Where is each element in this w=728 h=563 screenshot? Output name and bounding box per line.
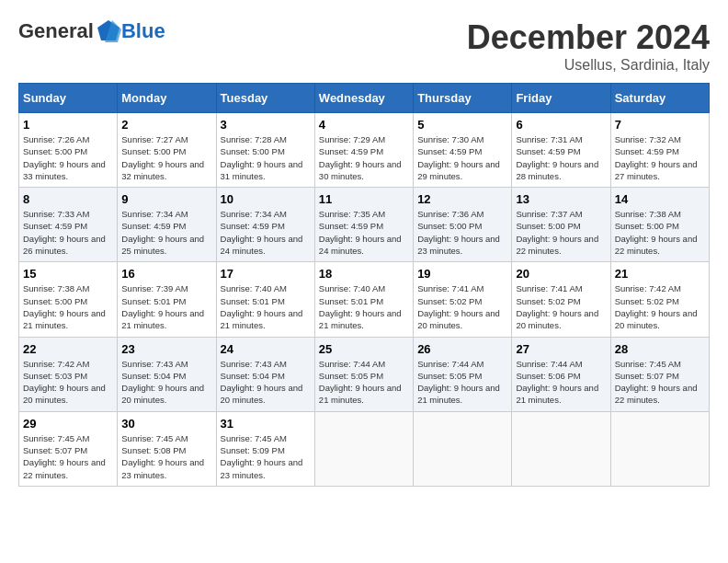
calendar-cell: 4Sunrise: 7:29 AMSunset: 4:59 PMDaylight…: [314, 113, 413, 188]
calendar-week-row: 1Sunrise: 7:26 AMSunset: 5:00 PMDaylight…: [19, 113, 710, 188]
day-number: 14: [615, 192, 705, 206]
day-info: Sunrise: 7:39 AMSunset: 5:01 PMDaylight:…: [121, 282, 211, 331]
day-number: 19: [417, 267, 507, 281]
calendar-cell: 2Sunrise: 7:27 AMSunset: 5:00 PMDaylight…: [118, 113, 216, 188]
calendar-cell: 18Sunrise: 7:40 AMSunset: 5:01 PMDayligh…: [314, 262, 413, 337]
day-number: 18: [319, 267, 409, 281]
day-info: Sunrise: 7:34 AMSunset: 4:59 PMDaylight:…: [121, 208, 211, 257]
calendar-cell: 15Sunrise: 7:38 AMSunset: 5:00 PMDayligh…: [19, 262, 118, 337]
day-number: 8: [23, 192, 113, 206]
weekday-header-thursday: Thursday: [414, 84, 512, 113]
calendar-cell: 10Sunrise: 7:34 AMSunset: 4:59 PMDayligh…: [216, 188, 314, 262]
day-number: 23: [121, 342, 211, 356]
calendar-week-row: 8Sunrise: 7:33 AMSunset: 4:59 PMDaylight…: [19, 188, 710, 262]
calendar-cell: 19Sunrise: 7:41 AMSunset: 5:02 PMDayligh…: [414, 262, 512, 337]
calendar-week-row: 15Sunrise: 7:38 AMSunset: 5:00 PMDayligh…: [19, 262, 710, 337]
day-info: Sunrise: 7:44 AMSunset: 5:05 PMDaylight:…: [319, 358, 409, 407]
day-number: 28: [615, 342, 705, 356]
day-number: 6: [516, 118, 606, 132]
day-number: 25: [319, 342, 409, 356]
calendar-cell: 16Sunrise: 7:39 AMSunset: 5:01 PMDayligh…: [118, 262, 216, 337]
day-info: Sunrise: 7:45 AMSunset: 5:08 PMDaylight:…: [121, 432, 211, 481]
calendar-cell: 21Sunrise: 7:42 AMSunset: 5:02 PMDayligh…: [610, 262, 709, 337]
day-info: Sunrise: 7:43 AMSunset: 5:04 PMDaylight:…: [221, 358, 311, 407]
day-info: Sunrise: 7:38 AMSunset: 5:00 PMDaylight:…: [23, 282, 113, 331]
calendar-cell: 20Sunrise: 7:41 AMSunset: 5:02 PMDayligh…: [512, 262, 610, 337]
day-number: 1: [23, 118, 113, 132]
calendar-cell: 8Sunrise: 7:33 AMSunset: 4:59 PMDaylight…: [19, 188, 118, 262]
calendar-table: SundayMondayTuesdayWednesdayThursdayFrid…: [18, 83, 710, 487]
calendar-cell: 17Sunrise: 7:40 AMSunset: 5:01 PMDayligh…: [216, 262, 314, 337]
day-number: 2: [121, 118, 211, 132]
calendar-cell: 26Sunrise: 7:44 AMSunset: 5:05 PMDayligh…: [414, 337, 512, 411]
calendar-cell: 31Sunrise: 7:45 AMSunset: 5:09 PMDayligh…: [216, 411, 314, 486]
location: Usellus, Sardinia, Italy: [467, 57, 710, 74]
weekday-header-row: SundayMondayTuesdayWednesdayThursdayFrid…: [19, 84, 710, 113]
day-number: 4: [319, 118, 409, 132]
day-info: Sunrise: 7:33 AMSunset: 4:59 PMDaylight:…: [23, 208, 113, 257]
day-number: 15: [23, 267, 113, 281]
calendar-cell: 30Sunrise: 7:45 AMSunset: 5:08 PMDayligh…: [118, 411, 216, 486]
day-info: Sunrise: 7:28 AMSunset: 5:00 PMDaylight:…: [221, 133, 311, 182]
calendar-cell: 22Sunrise: 7:42 AMSunset: 5:03 PMDayligh…: [19, 337, 118, 411]
day-number: 16: [121, 267, 211, 281]
day-info: Sunrise: 7:29 AMSunset: 4:59 PMDaylight:…: [319, 133, 409, 182]
day-number: 26: [417, 342, 507, 356]
day-info: Sunrise: 7:36 AMSunset: 5:00 PMDaylight:…: [417, 208, 507, 257]
calendar-cell: [314, 411, 413, 486]
calendar-cell: [512, 411, 610, 486]
day-number: 17: [221, 267, 311, 281]
title-area: December 2024 Usellus, Sardinia, Italy: [467, 18, 710, 74]
day-number: 3: [221, 118, 311, 132]
day-number: 13: [516, 192, 606, 206]
day-number: 11: [319, 192, 409, 206]
logo-general: General: [18, 19, 94, 43]
weekday-header-friday: Friday: [512, 84, 610, 113]
day-info: Sunrise: 7:30 AMSunset: 4:59 PMDaylight:…: [417, 133, 507, 182]
day-number: 27: [516, 342, 606, 356]
logo: General Blue: [18, 18, 165, 44]
calendar-cell: 3Sunrise: 7:28 AMSunset: 5:00 PMDaylight…: [216, 113, 314, 188]
day-info: Sunrise: 7:34 AMSunset: 4:59 PMDaylight:…: [221, 208, 311, 257]
day-number: 5: [417, 118, 507, 132]
day-info: Sunrise: 7:31 AMSunset: 4:59 PMDaylight:…: [516, 133, 606, 182]
day-number: 22: [23, 342, 113, 356]
calendar-cell: 23Sunrise: 7:43 AMSunset: 5:04 PMDayligh…: [118, 337, 216, 411]
day-info: Sunrise: 7:44 AMSunset: 5:06 PMDaylight:…: [516, 358, 606, 407]
day-info: Sunrise: 7:44 AMSunset: 5:05 PMDaylight:…: [417, 358, 507, 407]
day-number: 10: [221, 192, 311, 206]
logo-icon: [96, 18, 121, 44]
weekday-header-wednesday: Wednesday: [314, 84, 413, 113]
day-info: Sunrise: 7:41 AMSunset: 5:02 PMDaylight:…: [516, 282, 606, 331]
day-number: 24: [221, 342, 311, 356]
calendar-cell: 11Sunrise: 7:35 AMSunset: 4:59 PMDayligh…: [314, 188, 413, 262]
day-info: Sunrise: 7:26 AMSunset: 5:00 PMDaylight:…: [23, 133, 113, 182]
weekday-header-monday: Monday: [118, 84, 216, 113]
day-info: Sunrise: 7:41 AMSunset: 5:02 PMDaylight:…: [417, 282, 507, 331]
day-info: Sunrise: 7:45 AMSunset: 5:07 PMDaylight:…: [23, 432, 113, 481]
calendar-cell: 14Sunrise: 7:38 AMSunset: 5:00 PMDayligh…: [610, 188, 709, 262]
day-number: 12: [417, 192, 507, 206]
day-info: Sunrise: 7:37 AMSunset: 5:00 PMDaylight:…: [516, 208, 606, 257]
day-number: 7: [615, 118, 705, 132]
day-info: Sunrise: 7:45 AMSunset: 5:09 PMDaylight:…: [221, 432, 311, 481]
calendar-week-row: 22Sunrise: 7:42 AMSunset: 5:03 PMDayligh…: [19, 337, 710, 411]
day-number: 20: [516, 267, 606, 281]
calendar-cell: 9Sunrise: 7:34 AMSunset: 4:59 PMDaylight…: [118, 188, 216, 262]
day-number: 31: [221, 417, 311, 431]
calendar-cell: 29Sunrise: 7:45 AMSunset: 5:07 PMDayligh…: [19, 411, 118, 486]
weekday-header-tuesday: Tuesday: [216, 84, 314, 113]
calendar-cell: 24Sunrise: 7:43 AMSunset: 5:04 PMDayligh…: [216, 337, 314, 411]
calendar-cell: 25Sunrise: 7:44 AMSunset: 5:05 PMDayligh…: [314, 337, 413, 411]
calendar-cell: [610, 411, 709, 486]
calendar-cell: 5Sunrise: 7:30 AMSunset: 4:59 PMDaylight…: [414, 113, 512, 188]
day-info: Sunrise: 7:42 AMSunset: 5:02 PMDaylight:…: [615, 282, 705, 331]
day-info: Sunrise: 7:42 AMSunset: 5:03 PMDaylight:…: [23, 358, 113, 407]
day-info: Sunrise: 7:32 AMSunset: 4:59 PMDaylight:…: [615, 133, 705, 182]
day-number: 29: [23, 417, 113, 431]
calendar-cell: 13Sunrise: 7:37 AMSunset: 5:00 PMDayligh…: [512, 188, 610, 262]
page-header: General Blue December 2024 Usellus, Sard…: [18, 18, 710, 74]
day-info: Sunrise: 7:27 AMSunset: 5:00 PMDaylight:…: [121, 133, 211, 182]
calendar-week-row: 29Sunrise: 7:45 AMSunset: 5:07 PMDayligh…: [19, 411, 710, 486]
calendar-cell: 7Sunrise: 7:32 AMSunset: 4:59 PMDaylight…: [610, 113, 709, 188]
